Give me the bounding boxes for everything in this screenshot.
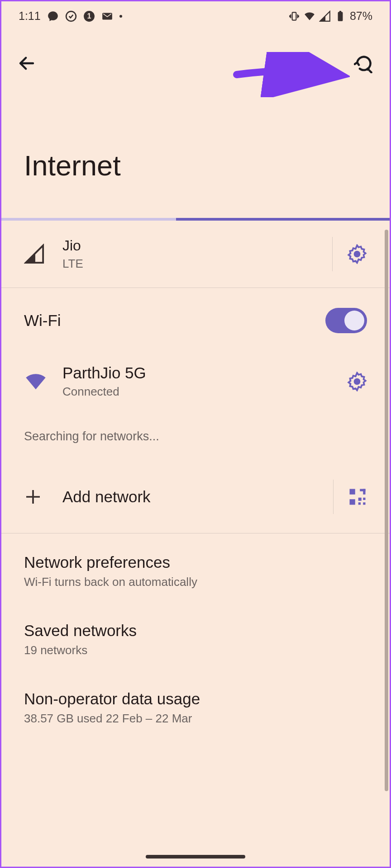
searching-text: Searching for networks... bbox=[1, 419, 390, 466]
svg-rect-17 bbox=[363, 502, 365, 505]
battery-icon bbox=[334, 10, 346, 22]
svg-rect-6 bbox=[339, 11, 341, 12]
status-bar: 1:11 1 87% bbox=[1, 1, 390, 27]
wifi-network-row[interactable]: ParthJio 5G Connected bbox=[1, 344, 390, 419]
plus-icon bbox=[24, 488, 42, 506]
svg-rect-16 bbox=[358, 502, 361, 505]
vertical-divider bbox=[333, 480, 334, 514]
wifi-icon bbox=[24, 370, 48, 393]
cellular-name: Jio bbox=[62, 237, 319, 254]
svg-point-8 bbox=[355, 252, 360, 257]
data-usage-row[interactable]: Non-operator data usage 38.57 GB used 22… bbox=[1, 670, 390, 738]
saved-networks-sub: 19 networks bbox=[24, 643, 367, 657]
toggle-knob bbox=[344, 311, 364, 330]
svg-rect-10 bbox=[350, 489, 355, 495]
svg-rect-12 bbox=[363, 489, 365, 495]
status-time: 1:11 bbox=[19, 9, 41, 23]
network-preferences-row[interactable]: Network preferences Wi-Fi turns back on … bbox=[1, 533, 390, 602]
svg-text:1: 1 bbox=[87, 12, 91, 20]
app-bar bbox=[1, 27, 390, 75]
wifi-label: Wi-Fi bbox=[24, 311, 312, 330]
status-left: 1:11 1 bbox=[19, 9, 122, 23]
svg-rect-5 bbox=[338, 12, 343, 21]
status-right: 87% bbox=[288, 9, 372, 23]
network-preferences-sub: Wi-Fi turns back on automatically bbox=[24, 575, 367, 589]
vibrate-icon bbox=[288, 10, 300, 22]
outlook-icon bbox=[101, 10, 113, 22]
svg-rect-15 bbox=[363, 498, 365, 500]
more-icon bbox=[119, 15, 122, 18]
wifi-network-status: Connected bbox=[62, 385, 334, 399]
saved-networks-title: Saved networks bbox=[24, 622, 367, 640]
chat-icon bbox=[47, 10, 59, 22]
sync-cloud-icon bbox=[65, 10, 77, 22]
svg-rect-13 bbox=[350, 499, 355, 505]
svg-point-9 bbox=[355, 379, 360, 384]
data-usage-sub: 38.57 GB used 22 Feb – 22 Mar bbox=[24, 712, 367, 726]
wifi-network-name: ParthJio 5G bbox=[62, 364, 334, 382]
wifi-icon bbox=[304, 10, 315, 22]
page-title: Internet bbox=[1, 75, 390, 218]
progress-divider bbox=[1, 218, 390, 221]
saved-networks-row[interactable]: Saved networks 19 networks bbox=[1, 602, 390, 670]
scrollbar[interactable] bbox=[385, 230, 388, 791]
add-network-label: Add network bbox=[62, 488, 319, 506]
gear-icon[interactable] bbox=[347, 372, 367, 392]
cellular-signal-icon bbox=[24, 244, 45, 264]
wifi-toggle-row[interactable]: Wi-Fi bbox=[1, 288, 390, 344]
notification-badge-icon: 1 bbox=[83, 10, 95, 22]
network-preferences-title: Network preferences bbox=[24, 553, 367, 571]
data-usage-title: Non-operator data usage bbox=[24, 690, 367, 708]
svg-rect-14 bbox=[358, 498, 362, 501]
gear-icon[interactable] bbox=[347, 244, 367, 264]
home-indicator[interactable] bbox=[146, 855, 245, 859]
cellular-network-row[interactable]: Jio LTE bbox=[1, 221, 390, 288]
cellular-type: LTE bbox=[62, 257, 319, 271]
vertical-divider bbox=[332, 237, 333, 271]
back-button[interactable] bbox=[16, 52, 38, 74]
battery-percent: 87% bbox=[350, 9, 372, 23]
wifi-toggle[interactable] bbox=[325, 308, 367, 333]
diagnostics-button[interactable] bbox=[353, 52, 375, 75]
qr-scan-icon[interactable] bbox=[348, 487, 367, 506]
add-network-row[interactable]: Add network bbox=[1, 466, 390, 533]
cellular-signal-icon bbox=[319, 10, 331, 22]
svg-rect-4 bbox=[292, 12, 296, 20]
